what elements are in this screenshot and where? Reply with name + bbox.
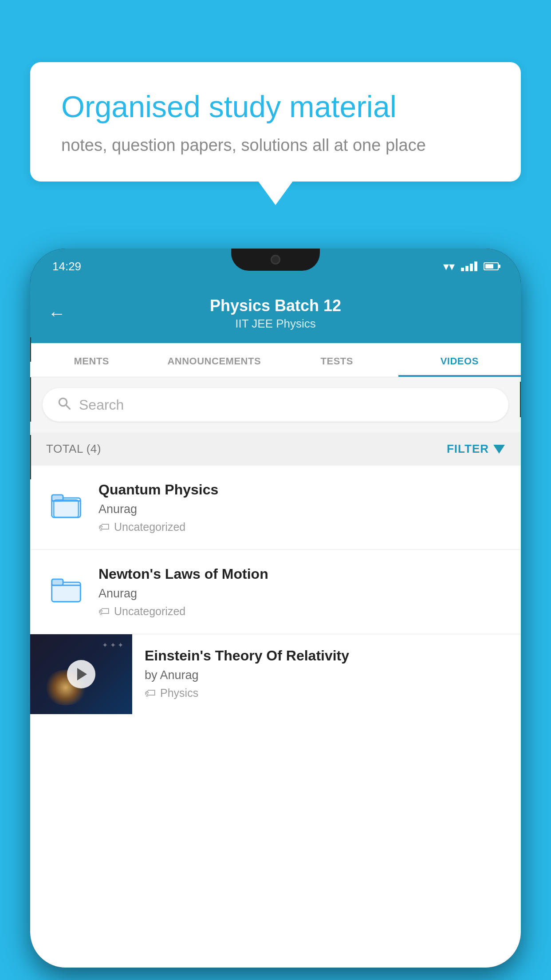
filter-button[interactable]: FILTER [447,442,505,456]
video-author: Anurag [98,587,505,601]
video-tag: 🏷 Uncategorized [98,521,505,533]
filter-icon [493,445,505,454]
status-time: 14:29 [52,260,81,273]
video-info: Newton's Laws of Motion Anurag 🏷 Uncateg… [98,566,505,618]
total-count: TOTAL (4) [46,442,101,456]
tag-label: Uncategorized [114,521,185,533]
tag-label: Physics [160,687,198,699]
search-box[interactable]: Search [43,388,508,422]
list-item[interactable]: ✦ ✦ ✦ Einstein's Theory Of Relativity by… [30,634,521,714]
video-title: Einstein's Theory Of Relativity [145,648,508,664]
header-title: Physics Batch 12 [79,296,472,315]
folder-icon [46,485,86,525]
speech-bubble-container: Organised study material notes, question… [30,62,521,205]
video-title: Newton's Laws of Motion [98,566,505,582]
speech-bubble: Organised study material notes, question… [30,62,521,182]
svg-line-1 [66,405,70,409]
search-placeholder: Search [79,397,124,413]
header-title-area: Physics Batch 12 IIT JEE Physics [79,296,472,331]
video-tag: 🏷 Uncategorized [98,605,505,618]
phone-volume-up-button [30,377,31,422]
phone-notch [231,249,320,271]
phone-screen: ← Physics Batch 12 IIT JEE Physics MENTS… [30,284,521,968]
phone-power-button [520,382,521,417]
video-title: Quantum Physics [98,482,505,498]
filter-bar: TOTAL (4) FILTER [30,432,521,466]
tag-icon: 🏷 [145,687,156,699]
list-item[interactable]: Quantum Physics Anurag 🏷 Uncategorized [30,466,521,550]
video-author: Anurag [98,502,505,516]
battery-icon [484,262,499,270]
search-icon [57,396,71,414]
video-author: by Anurag [145,668,508,682]
back-button[interactable]: ← [48,304,66,324]
search-container: Search [30,377,521,432]
svg-rect-6 [52,579,63,585]
speech-bubble-arrow [258,181,293,205]
phone-frame: 14:29 ▾▾ ← Physics Batch 12 [30,249,521,968]
speech-bubble-title: Organised study material [61,89,490,125]
speech-bubble-subtitle: notes, question papers, solutions all at… [61,136,490,155]
tab-ments[interactable]: MENTS [30,343,153,377]
tabs-bar: MENTS ANNOUNCEMENTS TESTS VIDEOS [30,343,521,377]
video-info: Einstein's Theory Of Relativity by Anura… [132,634,521,713]
tag-icon: 🏷 [98,521,110,533]
status-bar: 14:29 ▾▾ [30,249,521,284]
app-header: ← Physics Batch 12 IIT JEE Physics [30,284,521,343]
filter-label: FILTER [447,442,489,456]
tag-label: Uncategorized [114,605,185,618]
signal-icon [461,261,477,271]
play-icon [77,668,87,680]
tab-announcements[interactable]: ANNOUNCEMENTS [153,343,276,377]
video-list: Quantum Physics Anurag 🏷 Uncategorized [30,466,521,714]
video-thumbnail: ✦ ✦ ✦ [30,634,132,714]
tab-videos[interactable]: VIDEOS [398,343,521,377]
video-info: Quantum Physics Anurag 🏷 Uncategorized [98,482,505,533]
video-tag: 🏷 Physics [145,687,508,699]
tab-tests[interactable]: TESTS [276,343,398,377]
folder-icon [46,569,86,609]
header-subtitle: IIT JEE Physics [79,317,472,331]
tag-icon: 🏷 [98,605,110,618]
status-icons: ▾▾ [443,260,499,273]
play-button[interactable] [67,660,95,688]
list-item[interactable]: Newton's Laws of Motion Anurag 🏷 Uncateg… [30,550,521,634]
phone-volume-down-button [30,435,31,479]
front-camera [271,255,280,265]
wifi-icon: ▾▾ [443,260,455,273]
